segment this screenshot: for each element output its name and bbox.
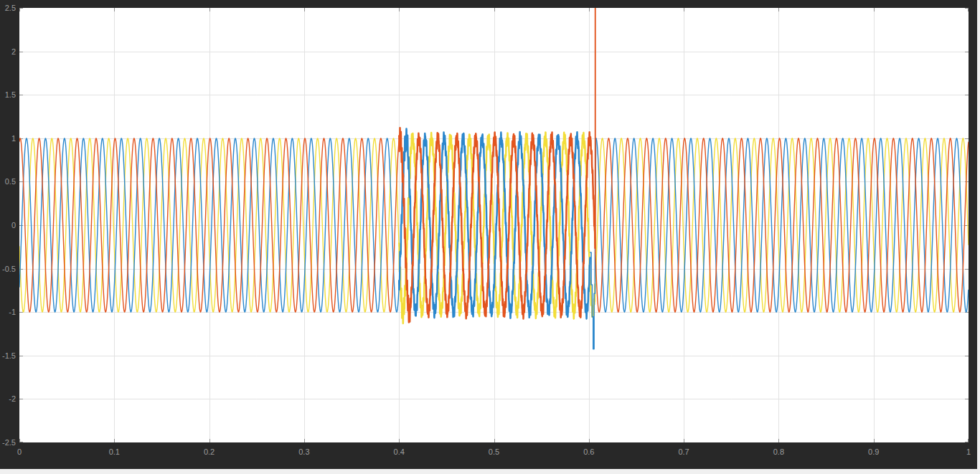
x-tick-label: 0.4 [383,447,415,456]
x-tick-label: 0.3 [288,447,320,456]
y-tick-label: 1 [0,134,16,143]
x-tick-label: 0.6 [573,447,605,456]
window-bottom-edge [0,469,980,474]
window-right-edge [977,0,980,474]
plot-area [19,8,969,442]
x-tick-label: 0.8 [763,447,794,456]
y-tick-label: 1.5 [0,90,16,99]
x-tick-label: 1 [953,447,980,456]
x-tick-label: 0.5 [479,447,510,456]
y-tick-label: -2.5 [0,438,16,447]
scope-window: -2.5-2-1.5-1-0.500.511.522.5 00.10.20.30… [0,0,980,474]
x-tick-label: 0.1 [98,447,130,456]
x-tick-label: 0 [4,447,35,456]
y-tick-label: -1.5 [0,351,16,360]
y-tick-label: 2.5 [0,4,16,12]
y-tick-label: -2 [0,394,16,403]
x-tick-label: 0.9 [858,447,890,456]
y-tick-label: 2 [0,47,16,56]
y-tick-label: 0 [0,221,16,229]
x-tick-label: 0.2 [194,447,225,456]
x-tick-label: 0.7 [668,447,699,456]
y-tick-label: -1 [0,308,16,316]
y-tick-label: -0.5 [0,265,16,273]
waveform-plot-canvas [19,8,969,442]
y-tick-label: 0.5 [0,177,16,186]
